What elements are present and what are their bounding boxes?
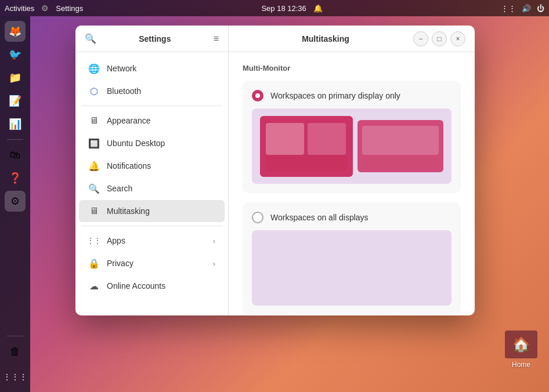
sidebar-menu-button[interactable]: ≡ <box>211 31 221 46</box>
taskbar-app-grid-button[interactable]: ⋮⋮⋮ <box>5 366 26 387</box>
taskbar-icon-files[interactable]: 📁 <box>5 67 26 88</box>
taskbar-icon-firefox[interactable]: 🦊 <box>5 21 26 42</box>
sidebar-item-ubuntu-desktop-label: Ubuntu Desktop <box>107 139 215 148</box>
online-accounts-icon: ☁ <box>88 280 100 292</box>
taskbar-icon-writer[interactable]: 📝 <box>5 90 26 111</box>
sidebar: 🌐 Network ⬡ Bluetooth 🖥 Appearance 🔲 Ubu… <box>75 52 229 315</box>
content-area: Multi-Monitor Workspaces on primary disp… <box>229 52 475 315</box>
apps-arrow-icon: › <box>213 237 215 245</box>
home-folder-icon: 🏠 <box>505 331 537 358</box>
home-widget[interactable]: 🏠 Home <box>505 331 537 369</box>
sidebar-separator-1 <box>81 106 222 106</box>
content-title: Multitasking <box>238 34 413 43</box>
topbar-power-icon[interactable]: ⏻ <box>537 4 544 13</box>
sidebar-item-search-label: Search <box>107 184 215 193</box>
content-header: Multitasking − □ × <box>229 31 475 46</box>
search-icon: 🔍 <box>88 183 100 194</box>
sidebar-item-notifications-label: Notifications <box>107 161 215 170</box>
sidebar-separator-2 <box>81 226 222 226</box>
topbar-network-icon[interactable]: ⋮⋮ <box>501 4 516 13</box>
taskbar: 🦊 🐦 📁 📝 📊 🛍 ❓ ⚙ 🗑 ⋮⋮⋮ <box>0 16 30 392</box>
topbar-volume-icon[interactable]: 🔊 <box>522 4 531 13</box>
bluetooth-icon: ⬡ <box>88 85 100 97</box>
taskbar-divider-2 <box>7 336 23 336</box>
sidebar-item-ubuntu-desktop[interactable]: 🔲 Ubuntu Desktop <box>79 132 225 154</box>
multitasking-icon: 🖥 <box>88 205 100 217</box>
sidebar-item-online-accounts-label: Online Accounts <box>107 281 215 291</box>
taskbar-icon-impress[interactable]: 📊 <box>5 114 26 135</box>
topbar: Activities ⚙ Settings Sep 18 12:36 🔔 ⋮⋮ … <box>0 0 549 16</box>
window-body: 🌐 Network ⬡ Bluetooth 🖥 Appearance 🔲 Ubu… <box>75 52 475 315</box>
taskbar-icon-appcenter[interactable]: 🛍 <box>5 144 26 165</box>
option2-card: Workspaces on all displays <box>243 202 461 315</box>
privacy-arrow-icon: › <box>213 259 215 268</box>
sidebar-item-appearance[interactable]: 🖥 Appearance <box>79 110 225 132</box>
sidebar-item-multitasking-label: Multitasking <box>107 206 215 216</box>
sidebar-item-bluetooth[interactable]: ⬡ Bluetooth <box>79 80 225 102</box>
option2-row: Workspaces on all displays <box>252 212 452 223</box>
option1-card: Workspaces on primary display only <box>243 81 461 193</box>
activities-button[interactable]: Activities <box>5 4 34 13</box>
window-header: 🔍 Settings ≡ Multitasking − □ × <box>75 26 475 52</box>
sidebar-item-online-accounts[interactable]: ☁ Online Accounts <box>79 275 225 297</box>
sidebar-header-title: Settings <box>103 34 207 43</box>
option2-preview <box>252 230 452 306</box>
taskbar-divider <box>7 139 23 140</box>
taskbar-icon-settings[interactable]: ⚙ <box>5 191 26 212</box>
privacy-icon: 🔒 <box>88 257 100 269</box>
apps-icon: ⋮⋮ <box>88 235 100 246</box>
settings-window: 🔍 Settings ≡ Multitasking − □ × 🌐 Networ… <box>75 26 475 315</box>
sidebar-item-bluetooth-label: Bluetooth <box>107 86 215 96</box>
taskbar-icon-thunderbird[interactable]: 🐦 <box>5 44 26 65</box>
sidebar-item-apps-label: Apps <box>107 236 206 245</box>
topbar-datetime: Sep 18 12:36 <box>261 4 306 13</box>
home-label: Home <box>512 361 530 369</box>
appearance-icon: 🖥 <box>88 115 100 126</box>
close-button[interactable]: × <box>450 31 465 46</box>
topbar-settings-icon: ⚙ <box>41 3 49 13</box>
option2-label: Workspaces on all displays <box>270 213 369 222</box>
sidebar-item-notifications[interactable]: 🔔 Notifications <box>79 155 225 177</box>
taskbar-icon-trash[interactable]: 🗑 <box>5 341 26 362</box>
sidebar-item-network-label: Network <box>107 64 215 73</box>
sidebar-search-button[interactable]: 🔍 <box>82 31 99 46</box>
radio-inner-dot <box>255 93 260 98</box>
sidebar-item-apps[interactable]: ⋮⋮ Apps › <box>79 230 225 252</box>
taskbar-icon-help[interactable]: ❓ <box>5 168 26 188</box>
topbar-settings-label: Settings <box>56 4 83 13</box>
option1-label: Workspaces on primary display only <box>270 91 400 100</box>
notifications-icon: 🔔 <box>88 160 100 172</box>
sidebar-item-network[interactable]: 🌐 Network <box>79 57 225 79</box>
option1-row: Workspaces on primary display only <box>252 90 452 101</box>
network-icon: 🌐 <box>88 63 100 74</box>
sidebar-item-privacy-label: Privacy <box>107 259 206 268</box>
sidebar-header: 🔍 Settings ≡ <box>75 26 229 52</box>
sidebar-item-privacy[interactable]: 🔒 Privacy › <box>79 252 225 274</box>
option2-radio[interactable] <box>252 212 263 223</box>
sidebar-item-multitasking[interactable]: 🖥 Multitasking <box>79 200 225 222</box>
sidebar-item-appearance-label: Appearance <box>107 116 215 125</box>
ubuntu-desktop-icon: 🔲 <box>88 137 100 149</box>
option1-preview <box>252 108 452 184</box>
section-title: Multi-Monitor <box>243 64 461 72</box>
maximize-button[interactable]: □ <box>432 31 447 46</box>
topbar-notification-icon[interactable]: 🔔 <box>313 4 323 13</box>
option1-radio[interactable] <box>252 90 263 101</box>
sidebar-item-search[interactable]: 🔍 Search <box>79 177 225 199</box>
minimize-button[interactable]: − <box>413 31 428 46</box>
window-controls: − □ × <box>413 31 465 46</box>
